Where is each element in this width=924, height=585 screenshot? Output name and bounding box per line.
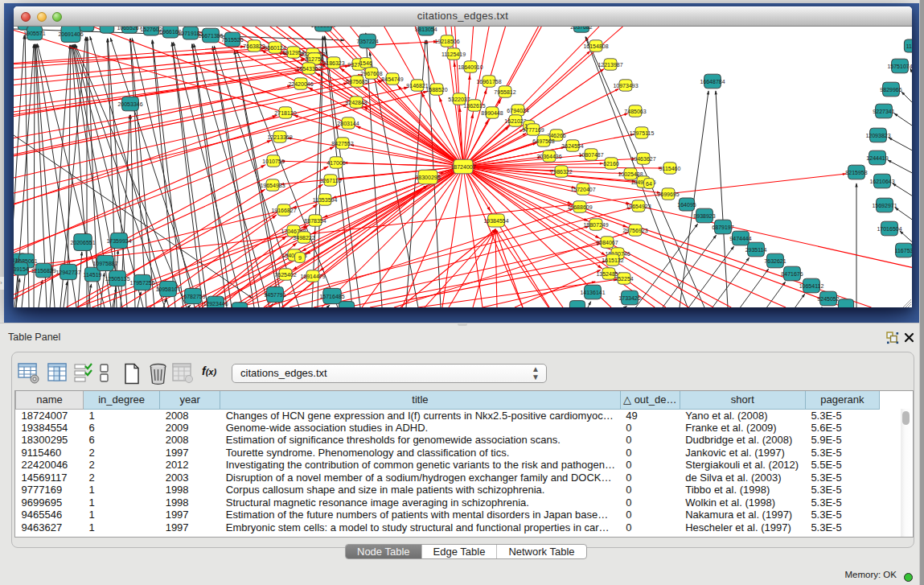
- svg-text:22420046: 22420046: [288, 81, 313, 87]
- svg-text:20206551: 20206551: [70, 240, 95, 245]
- svg-text:8878354: 8878354: [304, 218, 326, 224]
- svg-text:16782759: 16782759: [180, 294, 205, 299]
- svg-text:18724007: 18724007: [450, 164, 475, 170]
- svg-text:7986322: 7986322: [550, 169, 572, 175]
- svg-text:114519: 114519: [84, 272, 102, 278]
- svg-text:12923446: 12923446: [203, 301, 228, 307]
- svg-text:10807487: 10807487: [578, 152, 603, 158]
- svg-text:9242848: 9242848: [345, 100, 367, 105]
- svg-text:7485063: 7485063: [624, 109, 646, 114]
- svg-text:1244419: 1244419: [866, 155, 888, 161]
- svg-text:16033809: 16033809: [310, 27, 335, 28]
- svg-text:9: 9: [298, 255, 302, 261]
- svg-text:19218506: 19218506: [434, 39, 459, 44]
- svg-text:10688609: 10688609: [567, 204, 592, 210]
- svg-text:1010756: 1010756: [262, 159, 284, 164]
- svg-text:116753: 116753: [895, 248, 912, 253]
- svg-text:9777169: 9777169: [522, 127, 544, 133]
- svg-text:18300295: 18300295: [415, 175, 440, 180]
- svg-text:19654923: 19654923: [626, 204, 651, 209]
- svg-text:11125419: 11125419: [441, 51, 466, 57]
- svg-text:812750: 812750: [305, 56, 323, 62]
- svg-text:8990448: 8990448: [481, 110, 503, 116]
- svg-text:16543362: 16543362: [296, 66, 321, 72]
- svg-text:10975887: 10975887: [92, 261, 117, 266]
- svg-text:62160: 62160: [603, 161, 619, 167]
- svg-text:16648784: 16648784: [700, 79, 725, 84]
- svg-text:16914479: 16914479: [300, 274, 325, 279]
- svg-text:7515526: 7515526: [221, 37, 243, 43]
- svg-text:18640910: 18640910: [458, 64, 483, 70]
- svg-text:17359934: 17359934: [106, 238, 131, 244]
- svg-text:10654112: 10654112: [799, 283, 824, 289]
- svg-text:8427552: 8427552: [331, 141, 353, 146]
- svg-text:8813054: 8813054: [415, 27, 437, 32]
- svg-text:11353594: 11353594: [313, 197, 338, 203]
- svg-text:5322037: 5322037: [448, 97, 470, 102]
- svg-text:10973493: 10973493: [613, 83, 638, 89]
- svg-text:16210643: 16210643: [869, 179, 894, 184]
- svg-text:19384554: 19384554: [483, 218, 508, 224]
- svg-text:12975115: 12975115: [630, 130, 655, 136]
- svg-text:64: 64: [646, 181, 652, 187]
- svg-text:9699695: 9699695: [657, 192, 679, 197]
- svg-text:3267110: 3267110: [320, 178, 342, 183]
- svg-text:252254: 252254: [614, 276, 633, 282]
- svg-text:8471676: 8471676: [781, 271, 803, 277]
- svg-text:10958107: 10958107: [155, 286, 180, 292]
- svg-text:2037682: 2037682: [570, 27, 592, 30]
- svg-text:19166827: 19166827: [271, 208, 296, 213]
- svg-text:1546: 1546: [359, 60, 372, 66]
- svg-text:9457791: 9457791: [264, 292, 285, 298]
- svg-text:1905571: 1905571: [23, 31, 45, 36]
- svg-text:12505135: 12505135: [105, 276, 129, 282]
- svg-text:164095: 164095: [677, 202, 696, 208]
- svg-text:417006: 417006: [326, 160, 345, 166]
- svg-text:16671385: 16671385: [198, 33, 223, 39]
- svg-text:9245052: 9245052: [817, 296, 839, 302]
- svg-text:2718120: 2718120: [274, 110, 296, 116]
- svg-text:29756923: 29756923: [622, 228, 647, 233]
- svg-text:8215958: 8215958: [845, 170, 867, 175]
- svg-text:19654983: 19654983: [260, 183, 285, 188]
- svg-text:20053346: 20053346: [117, 101, 142, 107]
- svg-text:15692971: 15692971: [872, 203, 897, 208]
- svg-text:12156829: 12156829: [31, 268, 55, 274]
- svg-text:16961758: 16961758: [476, 79, 501, 84]
- svg-text:1615132: 1615132: [602, 257, 623, 263]
- svg-text:15716485: 15716485: [319, 294, 344, 299]
- svg-text:17957255: 17957255: [129, 280, 154, 286]
- svg-text:8938923: 8938923: [693, 213, 715, 219]
- svg-text:15720407: 15720407: [570, 187, 595, 192]
- svg-text:8454749: 8454749: [381, 76, 403, 82]
- svg-text:12093823: 12093823: [865, 133, 890, 138]
- svg-text:6879197: 6879197: [712, 225, 733, 230]
- svg-text:6497568: 6497568: [532, 138, 554, 144]
- svg-text:12942737: 12942737: [55, 270, 80, 275]
- svg-text:20364436: 20364436: [536, 154, 561, 159]
- svg-text:15751074: 15751074: [887, 64, 912, 69]
- svg-text:7625402: 7625402: [274, 272, 296, 278]
- svg-text:19463627: 19463627: [630, 156, 655, 162]
- svg-text:1362615: 1362615: [463, 103, 485, 109]
- svg-text:1112: 1112: [906, 43, 912, 49]
- svg-text:17016504: 17016504: [877, 226, 901, 232]
- svg-text:7357224: 7357224: [356, 39, 378, 44]
- svg-text:12213987: 12213987: [598, 62, 622, 68]
- svg-text:8186323: 8186323: [322, 60, 344, 66]
- svg-text:2935114: 2935114: [745, 247, 767, 253]
- svg-text:39154: 39154: [14, 266, 29, 272]
- svg-text:10655267: 10655267: [117, 27, 142, 31]
- svg-text:5875685: 5875685: [346, 79, 368, 84]
- svg-text:9829966: 9829966: [880, 87, 901, 93]
- svg-text:14136141: 14136141: [580, 290, 605, 295]
- svg-text:16154808: 16154808: [583, 43, 608, 49]
- svg-text:6794024: 6794024: [507, 108, 528, 113]
- svg-text:7663822: 7663822: [243, 43, 265, 49]
- svg-text:7632621: 7632621: [764, 258, 786, 264]
- svg-text:20691406: 20691406: [58, 31, 83, 37]
- svg-text:9084067: 9084067: [596, 240, 618, 245]
- svg-text:9115460: 9115460: [659, 166, 681, 171]
- svg-text:1733426: 1733426: [618, 295, 640, 301]
- svg-text:1588520: 1588520: [425, 87, 447, 93]
